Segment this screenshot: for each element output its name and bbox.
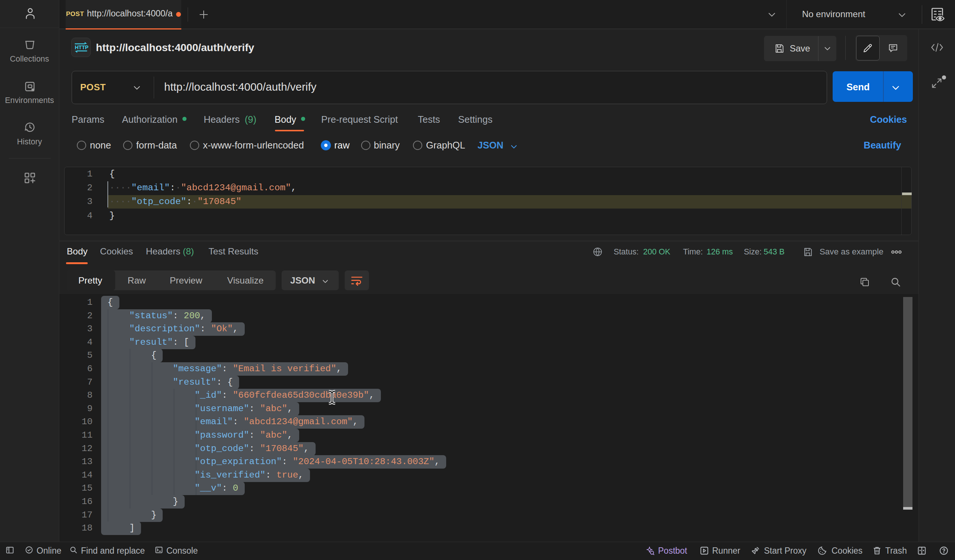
svg-text:HTTP: HTTP (75, 44, 89, 50)
